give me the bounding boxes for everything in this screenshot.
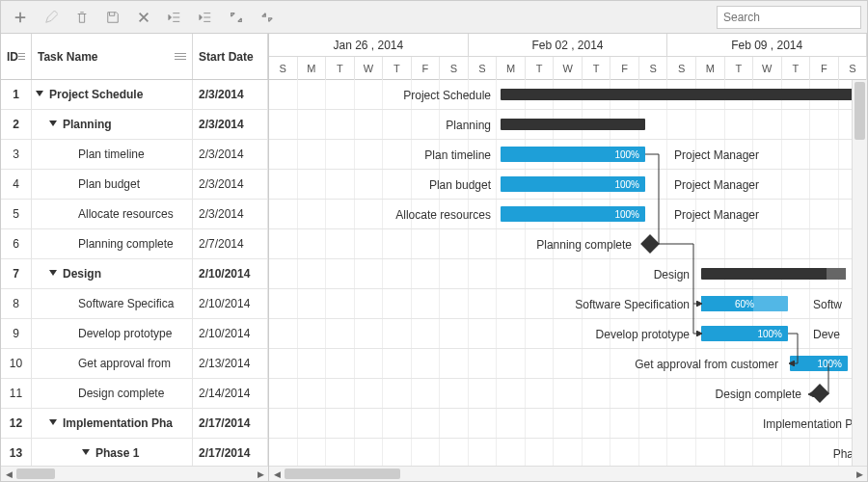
collapse-all-button[interactable] <box>254 4 281 31</box>
row-name: Phase 1 <box>32 439 193 466</box>
progress-label: 60% <box>735 299 754 309</box>
milestone-marker[interactable] <box>810 384 829 403</box>
row-name: Plan timeline <box>32 140 193 169</box>
task-bar[interactable]: 100% <box>501 147 645 162</box>
day-header: T <box>383 57 412 80</box>
expand-all-button[interactable] <box>223 4 250 31</box>
task-label: Get approval from customer <box>635 349 778 379</box>
row-start: 2/3/2014 <box>193 200 268 228</box>
day-header: W <box>355 57 384 80</box>
day-header: S <box>839 57 867 80</box>
row-id: 4 <box>1 170 32 199</box>
row-name: Plan budget <box>32 170 193 199</box>
milestone-marker[interactable] <box>640 234 660 254</box>
col-task-label: Task Name <box>38 50 97 64</box>
row-name: Design complete <box>32 379 193 408</box>
indent-button[interactable] <box>192 4 219 31</box>
day-header: W <box>554 57 583 80</box>
table-row[interactable]: 8Software Specifica2/10/2014 <box>1 289 268 319</box>
expand-icon[interactable] <box>82 449 90 455</box>
col-start-date[interactable]: Start Date <box>193 34 268 79</box>
summary-bar[interactable] <box>501 89 867 100</box>
scroll-right-icon[interactable]: ▶ <box>852 467 867 482</box>
expand-icon[interactable] <box>36 91 43 96</box>
row-id: 13 <box>1 439 32 466</box>
day-header: T <box>326 57 355 80</box>
menu-icon[interactable] <box>18 53 25 60</box>
save-button[interactable] <box>99 4 126 31</box>
task-label: Planning complete <box>536 229 632 259</box>
row-start: 2/10/2014 <box>193 319 268 348</box>
row-id: 8 <box>1 289 32 318</box>
grid-hscroll[interactable]: ◀ ▶ <box>1 466 268 481</box>
expand-icon[interactable] <box>49 270 57 276</box>
day-header: M <box>696 57 725 80</box>
outdent-button[interactable] <box>161 4 188 31</box>
task-bar[interactable]: 100% <box>790 356 848 371</box>
table-row[interactable]: 1Project Schedule2/3/2014 <box>1 80 268 110</box>
table-row[interactable]: 12Implementation Pha2/17/2014 <box>1 409 268 439</box>
day-header: S <box>440 57 469 80</box>
task-bar[interactable]: 60% <box>701 296 788 311</box>
resource-label: Deve <box>813 319 840 349</box>
row-id: 5 <box>1 200 32 228</box>
table-row[interactable]: 4Plan budget2/3/2014 <box>1 170 268 200</box>
table-row[interactable]: 2Planning2/3/2014 <box>1 110 268 140</box>
table-row[interactable]: 5Allocate resources2/3/2014 <box>1 200 268 229</box>
task-bar[interactable]: 100% <box>501 206 645 222</box>
day-header: S <box>269 57 298 80</box>
scroll-left-icon[interactable]: ◀ <box>269 467 285 482</box>
table-row[interactable]: 6Planning complete2/7/2014 <box>1 229 268 259</box>
table-row[interactable]: 7Design2/10/2014 <box>1 259 268 289</box>
edit-button[interactable] <box>38 4 65 31</box>
col-id[interactable]: ID <box>1 34 32 79</box>
delete-button[interactable] <box>68 4 95 31</box>
table-row[interactable]: 3Plan timeline2/3/2014 <box>1 140 268 170</box>
table-row[interactable]: 13Phase 12/17/2014 <box>1 439 268 466</box>
expand-icon[interactable] <box>49 120 57 126</box>
scroll-left-icon[interactable]: ◀ <box>1 467 16 482</box>
chart-vscroll[interactable] <box>852 80 867 466</box>
chart-hscroll[interactable]: ◀ ▶ <box>269 466 867 481</box>
col-id-label: ID <box>7 50 18 64</box>
col-task-name[interactable]: Task Name <box>32 34 193 79</box>
resource-label: Project Manager <box>674 200 759 229</box>
col-start-label: Start Date <box>199 50 254 64</box>
row-id: 3 <box>1 140 32 169</box>
resource-label: Softw <box>813 289 842 319</box>
task-label: Design complete <box>716 379 801 409</box>
expand-icon[interactable] <box>49 419 57 425</box>
menu-icon[interactable] <box>175 53 186 60</box>
add-button[interactable] <box>7 4 34 31</box>
summary-bar[interactable] <box>701 268 846 280</box>
day-header: F <box>412 57 441 80</box>
row-start: 2/3/2014 <box>193 140 268 169</box>
row-id: 2 <box>1 110 32 139</box>
day-header: S <box>469 57 498 80</box>
day-header: T <box>583 57 611 80</box>
row-name: Planning complete <box>32 229 193 258</box>
scroll-right-icon[interactable]: ▶ <box>253 467 268 482</box>
day-header: T <box>782 57 811 80</box>
task-bar[interactable]: 100% <box>501 176 645 192</box>
row-start: 2/10/2014 <box>193 259 268 288</box>
day-header: F <box>610 57 639 80</box>
row-name: Planning <box>32 110 193 139</box>
row-name: Design <box>32 259 193 288</box>
table-row[interactable]: 9Develop prototype2/10/2014 <box>1 319 268 349</box>
task-label: Plan timeline <box>424 140 491 170</box>
toolbar <box>1 1 867 34</box>
row-start: 2/3/2014 <box>193 170 268 199</box>
cancel-button[interactable] <box>130 4 157 31</box>
table-row[interactable]: 11Design complete2/14/2014 <box>1 379 268 409</box>
table-row[interactable]: 10Get approval from 2/13/2014 <box>1 349 268 379</box>
task-bar[interactable]: 100% <box>701 326 788 341</box>
progress-label: 100% <box>757 329 782 339</box>
search-input[interactable] <box>717 6 861 29</box>
row-name: Software Specifica <box>32 289 193 318</box>
summary-bar[interactable] <box>501 119 645 130</box>
task-label: Allocate resources <box>395 200 491 229</box>
row-name: Allocate resources <box>32 200 193 228</box>
day-header: M <box>497 57 526 80</box>
gantt-chart: Jan 26 , 2014Feb 02 , 2014Feb 09 , 2014 … <box>269 34 867 481</box>
